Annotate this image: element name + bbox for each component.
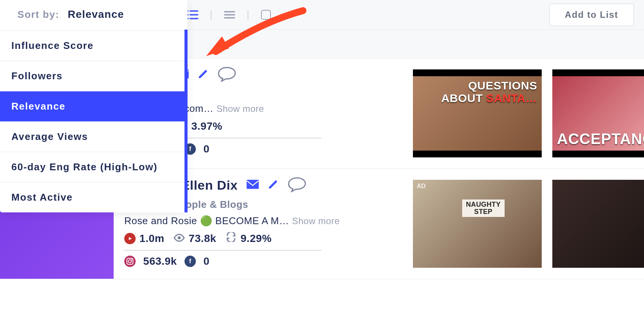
view-mode-toggle: | | xyxy=(186,9,271,20)
engagement-value: 9.29% xyxy=(241,232,272,245)
sort-trigger[interactable]: Sort by: Relevance xyxy=(0,0,188,31)
show-more-link[interactable]: Show more xyxy=(292,216,340,226)
edit-icon[interactable] xyxy=(197,68,209,81)
views-value: 73.8k xyxy=(189,232,216,245)
svg-rect-12 xyxy=(247,180,259,189)
facebook-icon[interactable]: f xyxy=(184,256,196,267)
video-thumbnails: AD NAUGHTY STEP xyxy=(413,169,644,279)
sort-option[interactable]: 60-day Eng Rate (High-Low) xyxy=(0,152,188,182)
subs-value: 1.0m xyxy=(139,232,164,245)
instagram-count: 563.9k xyxy=(143,255,177,267)
svg-point-21 xyxy=(131,259,133,260)
comment-icon[interactable] xyxy=(217,66,237,83)
thumb-overlay-text: STEP xyxy=(466,208,501,215)
sort-option[interactable]: Followers xyxy=(0,61,188,91)
thumb-overlay-text: NAUGHTY xyxy=(466,201,501,208)
show-more-link[interactable]: Show more xyxy=(216,104,264,114)
engagement-icon xyxy=(225,232,237,245)
thumb-overlay-text: QUESTIONS xyxy=(441,79,537,92)
video-thumbnail[interactable]: QUESTIONS ABOUT SANTA… xyxy=(413,69,542,157)
video-thumbnail[interactable] xyxy=(552,180,644,268)
view-list-detailed-icon[interactable] xyxy=(186,9,199,20)
add-to-list-button[interactable]: Add to List xyxy=(549,3,634,26)
mail-icon[interactable] xyxy=(246,179,259,191)
thumb-overlay-text: ACCEPTANCE xyxy=(557,130,644,148)
view-grid-icon[interactable] xyxy=(261,10,271,20)
ad-badge: AD xyxy=(417,183,426,190)
facebook-count: 0 xyxy=(203,255,209,267)
edit-icon[interactable] xyxy=(267,179,279,192)
sort-option[interactable]: Influence Score xyxy=(0,31,188,61)
instagram-icon[interactable] xyxy=(124,256,136,267)
thumb-overlay-text: ABOUT xyxy=(441,92,486,104)
svg-point-18 xyxy=(178,236,181,239)
divider: | xyxy=(210,9,213,20)
sort-option[interactable]: Average Views xyxy=(0,122,188,152)
sort-option[interactable]: Relevance xyxy=(0,91,188,122)
video-thumbnail[interactable]: ACCEPTANCE xyxy=(552,69,644,157)
comment-icon[interactable] xyxy=(287,176,307,194)
sort-option[interactable]: Most Active xyxy=(0,182,188,212)
video-thumbnail[interactable]: AD NAUGHTY STEP xyxy=(413,180,542,268)
views-icon xyxy=(174,232,185,245)
facebook-count: 0 xyxy=(203,143,209,155)
video-thumbnails: QUESTIONS ABOUT SANTA… ACCEPTANCE xyxy=(413,58,644,168)
creator-bio: Rose and Rosie 🟢 BECOME A M… xyxy=(124,215,289,226)
engagement-value: 3.97% xyxy=(191,120,222,132)
view-list-compact-icon[interactable] xyxy=(224,10,235,19)
svg-point-20 xyxy=(128,260,131,263)
thumb-overlay-text: SANTA… xyxy=(486,92,537,104)
youtube-icon[interactable] xyxy=(124,233,136,244)
sort-dropdown[interactable]: Sort by: Relevance Influence Score Follo… xyxy=(0,0,188,212)
sort-label: Sort by: xyxy=(17,9,59,20)
sort-selected: Relevance xyxy=(68,8,124,20)
divider: | xyxy=(247,9,249,20)
